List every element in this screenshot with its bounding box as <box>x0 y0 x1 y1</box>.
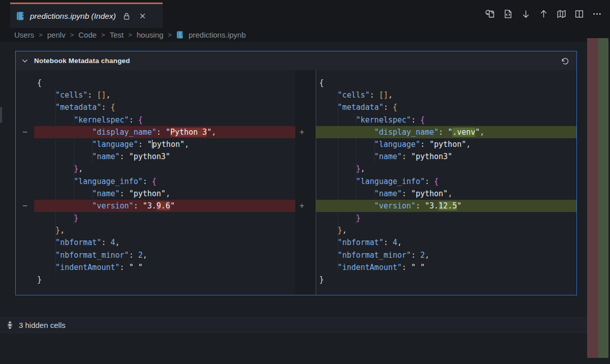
open-changes-button[interactable] <box>483 8 497 21</box>
code-line[interactable]: "language": "python", <box>34 138 295 150</box>
tab-bar: predictions.ipynb (Index) <box>0 0 610 28</box>
code-line[interactable]: "indentAmount": " " <box>316 261 576 274</box>
gutter-cell <box>16 114 34 126</box>
vscode-notebook-diff-window: predictions.ipynb (Index) <box>0 0 610 364</box>
code-line[interactable]: "nbformat": 4, <box>316 236 576 249</box>
gutter-cell <box>299 212 316 224</box>
code-line[interactable]: } <box>316 212 576 224</box>
code-line[interactable]: }, <box>34 163 295 175</box>
gutter-cell <box>299 150 316 163</box>
added-line-marker: + <box>299 200 316 212</box>
breadcrumb-separator: > <box>39 31 43 39</box>
deleted-code-line[interactable]: "version": "3.9.6" <box>34 200 295 212</box>
gutter-cell <box>16 236 34 249</box>
previous-change-button[interactable] <box>536 8 551 21</box>
chevron-down-icon[interactable] <box>21 57 29 65</box>
map-icon <box>556 9 567 19</box>
code-line[interactable]: "name": "python", <box>34 188 295 200</box>
added-code-line[interactable]: "display_name": ".venv", <box>316 126 576 138</box>
undo-icon <box>560 56 569 66</box>
breadcrumb-separator: > <box>128 31 132 39</box>
breadcrumb-item[interactable]: penlv <box>47 31 66 39</box>
hidden-cells-row[interactable]: 3 hidden cells <box>0 317 587 333</box>
revert-metadata-button[interactable] <box>557 54 571 68</box>
open-file-button[interactable] <box>501 8 515 21</box>
tab-predictions-ipynb[interactable]: predictions.ipynb (Index) <box>10 3 163 28</box>
close-icon[interactable] <box>137 11 148 22</box>
next-change-button[interactable] <box>518 8 533 21</box>
breadcrumb-file[interactable]: predictions.ipynb <box>189 31 246 39</box>
deleted-code-line[interactable]: "display_name": "Python 3", <box>34 126 295 138</box>
gutter-cell <box>299 175 316 188</box>
notebook-icon <box>16 11 25 21</box>
code-line[interactable]: "cells": [], <box>316 89 576 101</box>
added-line-marker: + <box>299 126 316 138</box>
more-actions-icon <box>592 9 602 19</box>
code-line[interactable]: "nbformat_minor": 2, <box>34 249 295 261</box>
diff-gutter-added: ++ <box>295 70 316 295</box>
code-line[interactable]: "kernelspec": { <box>34 114 295 126</box>
code-line[interactable]: }, <box>316 224 576 236</box>
code-line[interactable]: "metadata": { <box>34 101 295 113</box>
gutter-cell <box>16 249 34 261</box>
hidden-cells-label: 3 hidden cells <box>19 321 66 329</box>
breadcrumb-items: Users>penlv>Code>Test>housing> <box>14 31 172 39</box>
overview-ruler-added[interactable] <box>598 38 608 358</box>
code-line[interactable]: "language": "python", <box>316 138 576 150</box>
code-line[interactable]: "kernelspec": { <box>316 114 576 126</box>
more-actions-button[interactable] <box>590 8 604 21</box>
breadcrumb-item[interactable]: housing <box>137 31 164 39</box>
code-line[interactable]: { <box>34 77 295 89</box>
gutter-cell <box>16 212 34 224</box>
gutter-cell <box>16 101 34 113</box>
snowflake-unfold-icon <box>5 320 15 330</box>
diff-header-title: Notebook Metadata changed <box>34 57 130 65</box>
gutter-cell <box>299 89 316 101</box>
code-line[interactable]: "cells": [], <box>34 89 295 101</box>
code-line[interactable]: "name": "python3" <box>316 150 576 163</box>
code-line[interactable]: }, <box>316 163 576 175</box>
code-line[interactable]: } <box>316 274 576 286</box>
code-line[interactable]: "name": "python3" <box>34 150 295 163</box>
breadcrumb-item[interactable]: Users <box>14 31 34 39</box>
code-line[interactable]: "indentAmount": " " <box>34 261 295 274</box>
code-line[interactable]: "language_info": { <box>316 175 576 188</box>
split-editor-button[interactable] <box>572 8 586 21</box>
gutter-cell <box>299 274 316 286</box>
lock-icon[interactable] <box>121 11 132 22</box>
code-line[interactable]: } <box>34 212 295 224</box>
breadcrumb-separator: > <box>168 31 172 39</box>
gutter-cell <box>16 175 34 188</box>
gutter-cell <box>16 224 34 236</box>
added-code-line[interactable]: "version": "3.12.5" <box>316 200 576 212</box>
split-editor-icon <box>574 9 585 19</box>
breadcrumb: Users>penlv>Code>Test>housing> predictio… <box>0 28 610 42</box>
code-line[interactable]: } <box>34 274 295 286</box>
open-changes-file-icon <box>485 9 496 19</box>
gutter-cell <box>16 274 34 286</box>
gutter-cell <box>16 261 34 274</box>
code-line[interactable]: { <box>316 77 576 89</box>
map-view-button[interactable] <box>554 8 568 21</box>
code-line[interactable]: "name": "python", <box>316 188 576 200</box>
gutter-cell <box>299 261 316 274</box>
removed-line-marker: − <box>16 200 34 212</box>
diff-header[interactable]: Notebook Metadata changed <box>16 51 576 70</box>
left-scroll-indicator[interactable] <box>0 107 2 123</box>
diff-pane-modified[interactable]: { "cells": [], "metadata": { "kernelspec… <box>316 70 576 295</box>
code-line[interactable]: "metadata": { <box>316 101 576 113</box>
code-line[interactable]: "language_info": { <box>34 175 295 188</box>
diff-body: −− { "cells": [], "metadata": { "kernels… <box>16 70 576 295</box>
gutter-cell <box>299 77 316 89</box>
breadcrumb-item[interactable]: Test <box>110 31 124 39</box>
gutter-cell <box>299 101 316 113</box>
breadcrumb-item[interactable]: Code <box>78 31 97 39</box>
code-line[interactable]: "nbformat": 4, <box>34 236 295 249</box>
gutter-cell <box>16 188 34 200</box>
diff-pane-original[interactable]: { "cells": [], "metadata": { "kernelspec… <box>34 70 295 295</box>
overview-ruler-deleted[interactable] <box>587 38 598 358</box>
notebook-metadata-diff-cell[interactable]: Notebook Metadata changed −− { "cells": … <box>15 51 577 295</box>
code-line[interactable]: "nbformat_minor": 2, <box>316 249 576 261</box>
code-line[interactable]: }, <box>34 224 295 236</box>
breadcrumb-separator: > <box>101 31 105 39</box>
